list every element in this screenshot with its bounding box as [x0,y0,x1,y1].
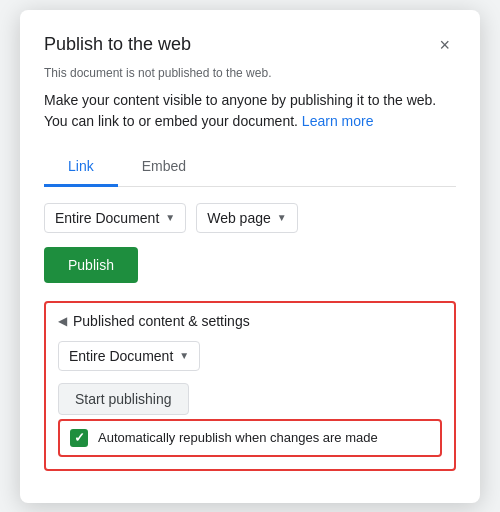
publish-button[interactable]: Publish [44,247,138,283]
tabs-container: Link Embed [44,148,456,187]
publish-dialog: Publish to the web × This document is no… [20,10,480,503]
dialog-header: Publish to the web × [44,34,456,56]
tab-link[interactable]: Link [44,148,118,187]
settings-label: Published content & settings [73,313,250,329]
auto-republish-checkbox[interactable]: ✓ [70,429,88,447]
tab-embed[interactable]: Embed [118,148,210,187]
chevron-left-icon: ◀ [58,314,67,328]
learn-more-link[interactable]: Learn more [302,113,374,129]
auto-republish-label: Automatically republish when changes are… [98,430,378,445]
auto-republish-row: ✓ Automatically republish when changes a… [58,419,442,457]
chevron-down-icon: ▼ [277,212,287,223]
settings-controls-row: Entire Document ▼ [58,341,442,371]
status-text: This document is not published to the we… [44,66,456,80]
format-dropdown[interactable]: Web page ▼ [196,203,297,233]
settings-document-dropdown[interactable]: Entire Document ▼ [58,341,200,371]
document-dropdown[interactable]: Entire Document ▼ [44,203,186,233]
dialog-title: Publish to the web [44,34,191,55]
settings-section: ◀ Published content & settings Entire Do… [44,301,456,471]
chevron-down-icon: ▼ [179,350,189,361]
chevron-down-icon: ▼ [165,212,175,223]
checkmark-icon: ✓ [74,431,85,444]
start-publishing-button[interactable]: Start publishing [58,383,189,415]
controls-row: Entire Document ▼ Web page ▼ [44,203,456,233]
settings-header[interactable]: ◀ Published content & settings [58,313,442,329]
description-text: Make your content visible to anyone by p… [44,90,456,132]
close-button[interactable]: × [433,34,456,56]
